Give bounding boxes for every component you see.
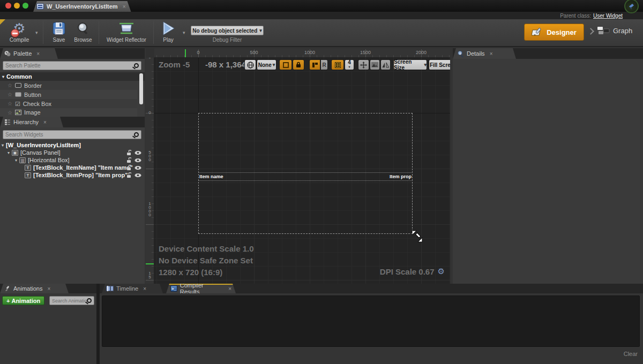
hierarchy-tab-close-icon[interactable]: × xyxy=(43,119,47,125)
visibility-eye-icon[interactable] xyxy=(134,173,141,178)
palette-category-common[interactable]: ▾ Common xyxy=(0,72,145,81)
tab-animations[interactable]: Animations × xyxy=(0,284,69,293)
widget-reflector-label: Widget Reflector xyxy=(107,37,146,43)
fill-screen-dropdown[interactable]: Fill Screen▾ xyxy=(429,59,450,70)
itemprop-textblock[interactable]: Item prop xyxy=(390,174,412,179)
add-animation-button[interactable]: + Animation xyxy=(2,296,44,305)
debug-object-dropdown[interactable]: No debug object selected ▾ xyxy=(191,26,264,35)
visibility-eye-icon[interactable] xyxy=(134,158,141,163)
expander-icon[interactable]: ▾ xyxy=(2,143,4,148)
palette-search-input[interactable] xyxy=(5,63,134,69)
grid-snap-toggle-button[interactable] xyxy=(331,59,344,70)
graph-mode-button[interactable]: Graph xyxy=(597,26,632,35)
palette-item-border[interactable]: ☆ Border xyxy=(0,81,137,90)
tab-compiler-results[interactable]: >_ Compiler Results × xyxy=(166,284,236,293)
favorite-star-icon[interactable]: ☆ xyxy=(8,92,12,97)
expander-icon[interactable]: ▾ xyxy=(8,150,10,155)
timeline-tab-close-icon[interactable]: × xyxy=(143,286,146,292)
transform-mode-button[interactable] xyxy=(358,59,369,70)
palette-item-image[interactable]: ☆ Image xyxy=(0,108,137,117)
itemname-textblock[interactable]: Item name xyxy=(199,174,223,179)
window-minimize-button[interactable] xyxy=(14,3,20,9)
animation-search-input[interactable] xyxy=(52,298,87,304)
widget-reflector-button[interactable]: Widget Reflector xyxy=(102,20,151,43)
palette-tab-close-icon[interactable]: × xyxy=(36,51,40,57)
palette-item-checkbox[interactable]: ☆ ☑ Check Box xyxy=(0,99,137,108)
localization-preview-button[interactable] xyxy=(244,59,256,70)
browse-magnifier-icon xyxy=(76,21,90,35)
toolbar-separator xyxy=(99,21,99,44)
checkbox-widget-icon: ☑ xyxy=(15,101,20,107)
lock-icon xyxy=(296,62,301,68)
window-close-button[interactable] xyxy=(5,3,11,9)
palette-scrollbar[interactable] xyxy=(139,73,143,104)
parent-class-link[interactable]: User Widget xyxy=(593,13,623,19)
tree-row-textblock-itemname[interactable]: T [TextBlock_ItemName] "Item name" xyxy=(0,164,145,171)
toggle-outlines-button[interactable] xyxy=(279,59,292,70)
respect-locks-button[interactable] xyxy=(309,59,320,70)
palette-item-label: Border xyxy=(24,82,42,89)
widget-reflector-icon xyxy=(117,21,136,35)
designer-mode-button[interactable]: Designer xyxy=(524,24,584,41)
favorite-star-icon[interactable]: ☆ xyxy=(8,110,12,116)
visibility-eye-icon[interactable] xyxy=(134,165,141,170)
details-tab-close-icon[interactable]: × xyxy=(490,51,493,57)
hierarchy-search[interactable] xyxy=(3,130,141,139)
r-toggle-button[interactable]: R xyxy=(320,59,328,70)
lock-widgets-button[interactable] xyxy=(293,59,304,70)
tree-row-root[interactable]: ▾ [W_UserInventoryListItem] xyxy=(0,141,145,149)
compile-options-caret-icon[interactable]: ▾ xyxy=(35,30,38,35)
tab-timeline[interactable]: Timeline × xyxy=(102,284,163,293)
tree-row-canvas-panel[interactable]: ▾ ▣ [Canvas Panel] xyxy=(0,149,145,156)
tree-row-label: [TextBlock_ItemName] "Item name" xyxy=(33,164,133,171)
grid-snap-size-dropdown[interactable]: 4▾ xyxy=(345,59,354,70)
compiler-results-tab-close-icon[interactable]: × xyxy=(228,286,231,292)
play-button[interactable]: Play xyxy=(158,20,179,43)
preview-background-button[interactable] xyxy=(370,59,380,70)
window-zoom-button[interactable] xyxy=(23,3,28,9)
bottom-splitter[interactable] xyxy=(96,284,100,364)
corner-flag-icon xyxy=(0,19,5,25)
debug-dropdown-caret-icon: ▾ xyxy=(259,28,262,33)
compiler-results-tab-label: Compiler Results xyxy=(180,282,223,295)
hierarchy-search-input[interactable] xyxy=(5,132,134,138)
unlock-icon[interactable] xyxy=(126,150,131,156)
browse-button[interactable]: Browse xyxy=(71,20,95,43)
favorite-star-icon[interactable]: ☆ xyxy=(8,82,12,88)
animation-search[interactable] xyxy=(49,296,94,305)
dpi-settings-gear-icon[interactable]: ⚙ xyxy=(438,267,445,276)
expander-icon[interactable]: ▾ xyxy=(15,158,17,163)
ruler-tick-label: 0 xyxy=(147,58,152,58)
flip-preview-button[interactable] xyxy=(380,59,391,70)
tree-row-textblock-itemprop[interactable]: T [TextBlock_ItemProp] "Item prop" xyxy=(0,171,145,179)
unlock-icon[interactable] xyxy=(126,172,131,178)
parent-class-strip: Parent class: User Widget xyxy=(0,12,643,19)
culture-preview-dropdown[interactable]: None▾ xyxy=(257,59,276,70)
horizontal-box-outline[interactable]: Item name Item prop xyxy=(198,172,413,181)
tab-palette[interactable]: Palette × xyxy=(0,48,58,59)
document-tab[interactable]: W_UserInventoryListItem × xyxy=(33,1,131,12)
favorite-star-icon[interactable]: ☆ xyxy=(8,101,12,107)
resize-cursor-icon xyxy=(410,229,424,244)
unlock-icon[interactable] xyxy=(126,157,131,163)
document-tab-close-icon[interactable]: × xyxy=(123,4,126,10)
screen-size-dropdown[interactable]: Screen Size▾ xyxy=(393,59,427,70)
palette-item-button[interactable]: ☆ Button xyxy=(0,90,137,99)
animations-tab-close-icon[interactable]: × xyxy=(47,286,50,292)
tab-hierarchy[interactable]: Hierarchy × xyxy=(0,117,63,127)
compile-button[interactable]: ⚙ Compile xyxy=(5,20,33,43)
save-button[interactable]: Save xyxy=(48,20,70,43)
compiler-results-log[interactable] xyxy=(102,295,640,347)
tree-row-horizontal-box[interactable]: ▾ ||| [Horizontal Box] xyxy=(0,156,145,164)
tab-details[interactable]: i Details × xyxy=(453,48,516,59)
r-toggle-label: R xyxy=(322,62,326,68)
ruler-cursor-marker xyxy=(185,49,186,58)
visibility-eye-icon[interactable] xyxy=(134,150,141,155)
design-canvas[interactable]: Item name Item prop Zoom -5 -98 x 1,364 … xyxy=(154,58,450,284)
category-expander-icon[interactable]: ▾ xyxy=(2,74,4,79)
play-options-caret-icon[interactable]: ▾ xyxy=(183,30,185,35)
unlock-icon[interactable] xyxy=(126,165,131,171)
clear-log-button[interactable]: Clear xyxy=(616,351,638,357)
viewport-overlay-info: Device Content Scale 1.0 No Device Safe … xyxy=(159,243,254,278)
palette-search[interactable] xyxy=(3,61,141,70)
